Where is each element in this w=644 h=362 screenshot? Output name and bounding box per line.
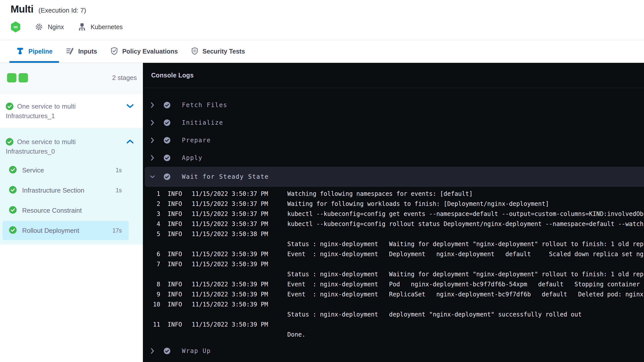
stage-name: One service to multi Infrastructures_0	[6, 137, 111, 156]
service-tag-label: Nginx	[48, 23, 64, 31]
success-check-icon	[6, 138, 13, 147]
pipeline-execution-page: Multi (Execution Id: 7) ∞ Nginx Kubernet…	[0, 0, 644, 362]
log-line: 11INFO11/15/2022 3:50:39 PM	[143, 320, 644, 330]
chevron-up-icon[interactable]	[126, 139, 134, 145]
log-line: 10INFO11/15/2022 3:50:39 PM	[143, 299, 644, 309]
stage-card-infrastructures-0[interactable]: One service to multi Infrastructures_0 S…	[0, 128, 143, 245]
success-check-icon	[164, 154, 171, 161]
log-line: 8INFO11/15/2022 3:50:39 PMEvent : nginx-…	[143, 279, 644, 289]
console-logs-panel: Console Logs Fetch Files Initialize Prep…	[143, 63, 644, 362]
stage-name: One service to multi Infrastructures_1	[6, 102, 111, 121]
success-check-icon	[164, 347, 171, 354]
infinity-glyph: ∞	[13, 23, 18, 30]
chevron-right-icon[interactable]	[150, 137, 155, 144]
success-check-icon	[164, 102, 171, 109]
log-section-label: Initialize	[182, 119, 223, 126]
step-label: Infrastructure Section	[22, 187, 84, 194]
console-logs-title: Console Logs	[151, 72, 194, 79]
log-line: 1INFO11/15/2022 3:50:37 PMWatching follo…	[143, 189, 644, 199]
step-rollout-deployment[interactable]: Rollout Deployment 17s	[3, 221, 129, 240]
console-logs-body: Fetch Files Initialize Prepare Apply	[143, 88, 644, 362]
step-label: Resource Constraint	[22, 207, 82, 214]
infrastructure-tag-label: Kubernetes	[91, 23, 123, 31]
success-check-icon	[164, 137, 171, 144]
log-section-wrap-up[interactable]: Wrap Up	[143, 342, 644, 360]
log-section-label: Wait for Steady State	[182, 173, 269, 180]
kubernetes-icon	[78, 23, 86, 31]
stage-status-square-2[interactable]	[19, 73, 28, 82]
chevron-right-icon[interactable]	[150, 155, 155, 161]
step-resource-constraint[interactable]: Resource Constraint	[3, 201, 129, 220]
chevron-down-icon[interactable]	[150, 175, 155, 179]
stage-card-infrastructures-1[interactable]: One service to multi Infrastructures_1	[0, 93, 143, 128]
log-section-initialize[interactable]: Initialize	[143, 114, 644, 131]
step-duration: 17s	[112, 227, 122, 234]
log-lines: 1INFO11/15/2022 3:50:37 PMWatching follo…	[143, 189, 644, 340]
success-check-icon	[9, 206, 17, 215]
step-service[interactable]: Service 1s	[3, 161, 129, 180]
execution-tabbar: Pipeline Inputs Policy Evaluations	[0, 40, 644, 63]
tab-security-tests-label: Security Tests	[203, 48, 245, 55]
tab-inputs-label: Inputs	[78, 48, 97, 55]
step-infrastructure-section[interactable]: Infrastructure Section 1s	[3, 181, 129, 200]
console-logs-header: Console Logs	[143, 63, 644, 88]
pipeline-icon	[16, 47, 24, 56]
tab-pipeline[interactable]: Pipeline	[9, 40, 59, 63]
step-list: Service 1s Infrastructure Section 1s Res…	[6, 161, 120, 240]
log-line: Status : nginx-deployment Waiting for de…	[143, 239, 644, 249]
log-line: 9INFO11/15/2022 3:50:39 PMEvent : nginx-…	[143, 289, 644, 299]
tab-pipeline-label: Pipeline	[28, 48, 53, 55]
log-line: 5INFO11/15/2022 3:50:38 PM	[143, 229, 644, 239]
step-label: Rollout Deployment	[22, 227, 79, 235]
success-check-icon	[164, 119, 171, 126]
tab-security-tests[interactable]: Security Tests	[184, 40, 252, 63]
chevron-right-icon[interactable]	[150, 348, 155, 354]
harness-cd-icon: ∞	[11, 21, 21, 32]
step-label: Service	[22, 166, 44, 174]
chevron-right-icon[interactable]	[150, 102, 155, 108]
log-line: 3INFO11/15/2022 3:50:37 PMkubectl --kube…	[143, 209, 644, 219]
log-section-label: Fetch Files	[182, 102, 227, 109]
success-check-icon	[9, 166, 17, 174]
step-duration: 1s	[116, 187, 122, 194]
step-duration: 1s	[116, 167, 122, 174]
stage-minimap: 2 stages	[0, 63, 143, 93]
log-line: Status : nginx-deployment deployment "ng…	[143, 309, 644, 320]
chevron-right-icon[interactable]	[150, 119, 155, 126]
success-check-icon	[6, 103, 13, 111]
success-check-icon	[164, 173, 171, 180]
log-line: 4INFO11/15/2022 3:50:37 PMkubectl --kube…	[143, 219, 644, 229]
execution-header: Multi (Execution Id: 7) ∞ Nginx Kubernet…	[0, 0, 644, 40]
log-line: 2INFO11/15/2022 3:50:37 PMWaiting for fo…	[143, 199, 644, 209]
execution-id-label: (Execution Id: 7)	[38, 7, 86, 14]
inputs-icon	[66, 47, 74, 56]
chevron-down-icon[interactable]	[126, 104, 134, 110]
tab-policy-evaluations[interactable]: Policy Evaluations	[104, 40, 184, 63]
tab-policy-evaluations-label: Policy Evaluations	[122, 48, 178, 55]
shield-check-icon	[110, 47, 118, 56]
gear-icon	[35, 23, 43, 31]
page-title: Multi	[11, 4, 33, 15]
log-section-label: Wrap Up	[182, 347, 211, 354]
shield-gear-icon	[191, 47, 198, 56]
log-section-wait-for-steady-state[interactable]: Wait for Steady State	[145, 167, 644, 187]
log-section-label: Apply	[182, 154, 203, 161]
log-line: Done.	[143, 330, 644, 340]
log-section-apply[interactable]: Apply	[143, 149, 644, 167]
tab-inputs[interactable]: Inputs	[59, 40, 104, 63]
log-section-fetch-files[interactable]: Fetch Files	[143, 96, 644, 114]
stage-sidebar: 2 stages One service to multi Infrastruc…	[0, 63, 143, 362]
active-tab-underline	[9, 61, 59, 63]
log-section-prepare[interactable]: Prepare	[143, 131, 644, 149]
stage-count-label: 2 stages	[112, 74, 137, 82]
log-section-label: Prepare	[182, 137, 211, 144]
log-line: 7INFO11/15/2022 3:50:39 PM	[143, 259, 644, 269]
log-line: 6INFO11/15/2022 3:50:39 PMEvent : nginx-…	[143, 249, 644, 259]
success-check-icon	[9, 186, 17, 195]
success-check-icon	[9, 226, 17, 235]
stage-status-square-1[interactable]	[7, 73, 16, 82]
log-line: Status : nginx-deployment Waiting for de…	[143, 269, 644, 279]
